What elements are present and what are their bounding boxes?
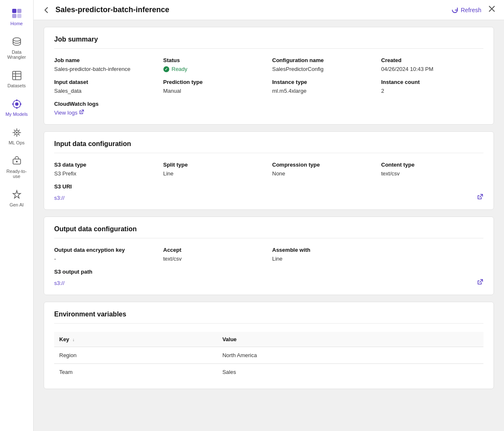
sidebar: Home Data Wrangler Datasets <box>0 0 34 431</box>
config-name-value: SalesPredictorConfig <box>272 66 375 72</box>
header: Sales-predictor-batch-inference Refresh <box>34 0 504 20</box>
my-models-icon <box>11 98 23 110</box>
env-variables-card: Environment variables Key ↓ Value Region… <box>44 302 494 389</box>
input-data-grid: S3 data type S3 Prefix Split type Line C… <box>54 162 483 177</box>
prediction-type-field: Prediction type Manual <box>163 79 266 94</box>
job-name-label: Job name <box>54 57 157 63</box>
job-summary-grid-row2: Input dataset Sales_data Prediction type… <box>54 79 483 94</box>
gen-ai-icon <box>11 189 23 201</box>
env-table-header: Key ↓ Value <box>54 332 483 347</box>
s3-uri-label: S3 URI <box>54 183 483 190</box>
assemble-with-value: Line <box>272 256 375 262</box>
sidebar-item-gen-ai[interactable]: Gen AI <box>0 185 33 212</box>
svg-point-12 <box>16 107 18 109</box>
sidebar-label-my-models: My Models <box>5 112 28 117</box>
s3-uri-row: s3:// <box>54 192 483 201</box>
svg-point-10 <box>15 102 18 106</box>
main-content: Sales-predictor-batch-inference Refresh … <box>34 0 504 431</box>
job-name-field: Job name Sales-predictor-batch-inference <box>54 57 157 72</box>
sidebar-item-datasets[interactable]: Datasets <box>0 65 33 92</box>
svg-rect-3 <box>17 14 21 18</box>
input-data-card: Input data configuration S3 data type S3… <box>44 131 494 210</box>
sort-icon[interactable]: ↓ <box>72 337 74 342</box>
job-summary-grid-row1: Job name Sales-predictor-batch-inference… <box>54 57 483 72</box>
back-button[interactable] <box>42 6 50 14</box>
compression-type-field: Compression type None <box>272 162 375 177</box>
svg-rect-2 <box>12 14 16 18</box>
created-label: Created <box>381 57 484 63</box>
env-value-col: Value <box>217 332 483 347</box>
input-data-title: Input data configuration <box>54 140 483 153</box>
s3-output-value[interactable]: s3:// <box>54 280 65 286</box>
header-right: Refresh <box>452 5 496 15</box>
ml-ops-icon <box>11 127 23 138</box>
s3-output-external-icon[interactable] <box>477 279 483 285</box>
sidebar-label-ml-ops: ML Ops <box>8 140 24 145</box>
split-type-field: Split type Line <box>163 162 266 177</box>
external-link-icon <box>79 110 84 116</box>
close-button[interactable] <box>488 5 496 15</box>
svg-rect-0 <box>12 9 16 13</box>
instance-type-label: Instance type <box>272 79 375 85</box>
sidebar-label-gen-ai: Gen AI <box>10 202 24 207</box>
sidebar-item-home[interactable]: Home <box>0 3 33 30</box>
svg-point-18 <box>16 161 18 162</box>
input-dataset-value: Sales_data <box>54 88 157 94</box>
env-key-cell: Region <box>54 347 217 364</box>
content-type-value: text/csv <box>381 170 484 177</box>
cloudwatch-section: CloudWatch logs View logs <box>54 101 483 116</box>
s3-output-label: S3 output path <box>54 269 483 275</box>
s3-data-type-value: S3 Prefix <box>54 170 157 177</box>
sidebar-item-ml-ops[interactable]: ML Ops <box>0 123 33 149</box>
status-badge: Ready <box>163 66 266 72</box>
s3-uri-value[interactable]: s3:// <box>54 195 65 201</box>
refresh-button[interactable]: Refresh <box>452 7 481 13</box>
ready-to-use-icon <box>11 155 23 167</box>
instance-count-label: Instance count <box>381 79 484 85</box>
svg-rect-5 <box>13 71 21 80</box>
s3-uri-external-icon[interactable] <box>477 193 483 200</box>
instance-count-field: Instance count 2 <box>381 79 484 94</box>
sidebar-item-ready-to-use[interactable]: Ready-to-use <box>0 151 33 183</box>
refresh-label: Refresh <box>461 7 481 13</box>
svg-point-16 <box>16 132 18 133</box>
sidebar-item-data-wrangler[interactable]: Data Wrangler <box>0 32 33 64</box>
encryption-key-field: Output data encryption key - <box>54 247 157 262</box>
s3-data-type-field: S3 data type S3 Prefix <box>54 162 157 177</box>
job-name-value: Sales-predictor-batch-inference <box>54 66 157 72</box>
env-key-cell: Team <box>54 364 217 381</box>
job-summary-title: Job summary <box>54 36 483 49</box>
status-dot <box>163 66 169 72</box>
split-type-value: Line <box>163 170 266 177</box>
view-logs-link[interactable]: View logs <box>54 110 483 116</box>
content-type-label: Content type <box>381 162 484 168</box>
svg-point-14 <box>20 103 21 105</box>
svg-point-11 <box>16 99 18 101</box>
s3-uri-field: S3 URI s3:// <box>54 183 483 201</box>
sidebar-label-home: Home <box>10 21 23 26</box>
job-summary-card: Job summary Job name Sales-predictor-bat… <box>44 27 494 125</box>
cloudwatch-label: CloudWatch logs <box>54 101 483 107</box>
prediction-type-value: Manual <box>163 88 266 94</box>
svg-point-4 <box>13 38 21 41</box>
header-left: Sales-predictor-batch-inference <box>42 5 169 14</box>
output-data-card: Output data configuration Output data en… <box>44 217 494 295</box>
svg-point-13 <box>12 103 14 105</box>
instance-type-value: ml.m5.4xlarge <box>272 88 375 94</box>
created-value: 04/26/2024 10:43 PM <box>381 66 484 72</box>
config-name-label: Configuration name <box>272 57 375 63</box>
s3-output-field: S3 output path s3:// <box>54 269 483 286</box>
sidebar-item-my-models[interactable]: My Models <box>0 94 33 121</box>
config-name-field: Configuration name SalesPredictorConfig <box>272 57 375 72</box>
split-type-label: Split type <box>163 162 266 168</box>
svg-rect-1 <box>17 9 21 13</box>
sidebar-label-data-wrangler: Data Wrangler <box>3 50 30 60</box>
input-dataset-label: Input dataset <box>54 79 157 85</box>
assemble-with-field: Assemble with Line <box>272 247 375 262</box>
env-table-body: Region North America Team Sales <box>54 347 483 381</box>
content-type-field: Content type text/csv <box>381 162 484 177</box>
status-field: Status Ready <box>163 57 266 72</box>
s3-output-row: s3:// <box>54 277 483 286</box>
created-field: Created 04/26/2024 10:43 PM <box>381 57 484 72</box>
page-title: Sales-predictor-batch-inference <box>55 5 169 14</box>
